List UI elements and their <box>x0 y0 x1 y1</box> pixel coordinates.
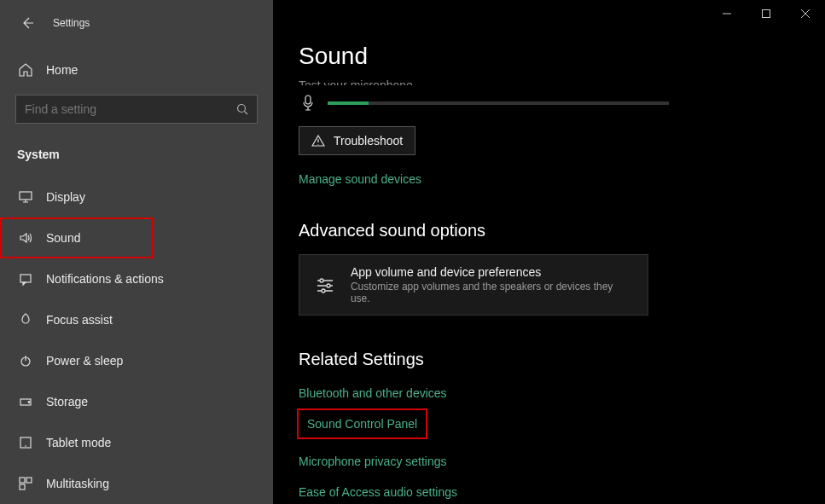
mic-level-bar <box>328 101 669 105</box>
sidebar-item-label: Tablet mode <box>46 436 111 449</box>
sidebar-item-notifications[interactable]: Notifications & actions <box>0 258 273 299</box>
link-ease-of-access-audio[interactable]: Ease of Access audio settings <box>299 485 825 499</box>
window-controls <box>707 0 825 27</box>
power-icon <box>17 353 34 368</box>
sliders-icon <box>313 273 337 297</box>
sidebar: Settings Home System Display Sound Notif… <box>0 0 273 504</box>
display-icon <box>17 189 34 205</box>
link-sound-control-panel[interactable]: Sound Control Panel <box>299 410 426 437</box>
svg-rect-2 <box>20 275 31 282</box>
settings-label: Settings <box>53 17 90 29</box>
sidebar-item-label: Display <box>46 190 85 204</box>
sidebar-item-label: Focus assist <box>46 313 113 327</box>
link-bluetooth-devices[interactable]: Bluetooth and other devices <box>299 386 825 400</box>
home-button[interactable]: Home <box>0 52 273 88</box>
manage-devices-link[interactable]: Manage sound devices <box>299 172 421 186</box>
svg-rect-7 <box>20 478 25 483</box>
advanced-options-title: Advanced sound options <box>299 221 825 240</box>
svg-rect-10 <box>763 10 770 18</box>
back-button[interactable] <box>17 13 38 33</box>
microphone-icon <box>299 94 317 113</box>
warning-icon <box>311 134 325 148</box>
related-links: Bluetooth and other devices Sound Contro… <box>299 386 825 499</box>
link-microphone-privacy[interactable]: Microphone privacy settings <box>299 455 825 468</box>
card-title: App volume and device preferences <box>351 265 634 279</box>
close-icon <box>801 9 810 18</box>
sidebar-item-display[interactable]: Display <box>0 177 273 217</box>
sidebar-item-sound[interactable]: Sound <box>0 217 154 258</box>
mic-level-row <box>299 94 825 113</box>
search-input[interactable] <box>25 102 236 116</box>
svg-rect-9 <box>20 484 25 490</box>
sidebar-item-tablet-mode[interactable]: Tablet mode <box>0 422 273 463</box>
troubleshoot-button[interactable]: Troubleshoot <box>299 126 415 155</box>
focus-assist-icon <box>17 312 34 327</box>
minimize-icon <box>723 9 731 18</box>
svg-rect-1 <box>20 192 32 200</box>
home-icon <box>17 62 34 78</box>
sidebar-item-label: Notifications & actions <box>46 272 164 286</box>
sidebar-item-label: Sound <box>46 231 80 245</box>
nav-list: Display Sound Notifications & actions Fo… <box>0 177 273 504</box>
troubleshoot-label: Troubleshoot <box>334 134 403 148</box>
card-desc: Customize app volumes and the speakers o… <box>351 281 634 304</box>
tablet-icon <box>17 435 34 450</box>
maximize-icon <box>762 9 770 18</box>
svg-rect-11 <box>305 96 311 104</box>
minimize-button[interactable] <box>707 0 747 27</box>
main-content: Sound Test your microphone Troubleshoot … <box>273 0 825 504</box>
sidebar-item-power-sleep[interactable]: Power & sleep <box>0 340 273 381</box>
svg-rect-8 <box>26 478 32 483</box>
storage-icon <box>17 394 34 409</box>
page-title: Sound <box>299 43 825 70</box>
related-settings-title: Related Settings <box>299 350 825 369</box>
notifications-icon <box>17 271 34 287</box>
sidebar-item-label: Multitasking <box>46 477 109 490</box>
maximize-button[interactable] <box>747 0 786 27</box>
sidebar-item-focus-assist[interactable]: Focus assist <box>0 299 273 340</box>
sidebar-item-label: Power & sleep <box>46 354 123 368</box>
sidebar-item-storage[interactable]: Storage <box>0 381 273 422</box>
multitasking-icon <box>17 476 34 491</box>
svg-point-0 <box>238 105 246 113</box>
home-label: Home <box>46 63 78 77</box>
search-icon <box>236 103 248 115</box>
mic-level-fill <box>328 101 369 105</box>
sound-icon <box>17 230 34 246</box>
category-label: System <box>0 148 273 161</box>
search-box[interactable] <box>15 95 258 124</box>
arrow-left-icon <box>20 16 34 30</box>
sidebar-item-multitasking[interactable]: Multitasking <box>0 463 273 504</box>
svg-point-5 <box>28 402 30 403</box>
svg-point-12 <box>320 279 323 282</box>
sidebar-item-label: Storage <box>46 395 88 408</box>
close-button[interactable] <box>786 0 825 27</box>
svg-point-14 <box>322 289 325 293</box>
svg-point-13 <box>327 284 330 287</box>
app-volume-card[interactable]: App volume and device preferences Custom… <box>299 254 648 316</box>
test-mic-label: Test your microphone <box>299 78 825 85</box>
